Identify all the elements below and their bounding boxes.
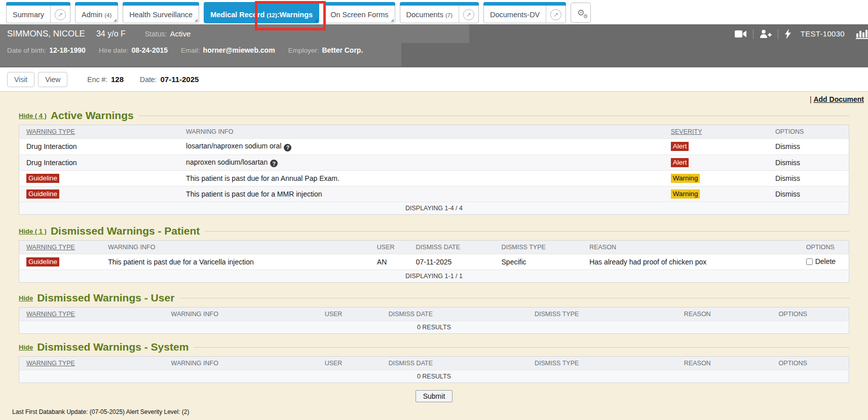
table-row: Guideline This patient is past due for a…: [19, 171, 849, 186]
employer-value: Better Corp.: [322, 46, 363, 54]
tab-admin-label: Admin: [82, 11, 102, 19]
col-dismiss-type: DISMISS TYPE: [534, 357, 683, 370]
tab-health-surveillance[interactable]: Health Surveillance: [123, 2, 199, 23]
dismissed-user-hide-link[interactable]: Hide: [19, 294, 33, 302]
delete-label: Delete: [815, 257, 836, 265]
tab-health-surveillance-label: Health Surveillance: [123, 3, 199, 23]
patient-name: SIMMONS, NICOLE: [7, 29, 85, 39]
patient-id: TEST-10030: [801, 29, 845, 38]
submit-row: Submit: [0, 390, 868, 402]
col-severity[interactable]: SEVERITY: [670, 125, 774, 139]
section-rule: [205, 231, 849, 232]
tab-medical-record-warnings[interactable]: Medical Record(12):Warnings: [204, 2, 319, 23]
warning-type-badge-guideline: Guideline: [26, 257, 59, 266]
databank-update-note: Last First Databank Update: (07-05-2025)…: [12, 408, 868, 415]
help-icon[interactable]: ?: [270, 160, 278, 167]
external-link-icon: ↗: [463, 9, 474, 20]
dismissed-patient-hide-link[interactable]: Hide ( 1 ): [19, 227, 47, 235]
submit-button[interactable]: Submit: [416, 390, 453, 402]
tab-documents-dv-popout[interactable]: ↗: [546, 3, 565, 23]
visit-button[interactable]: Visit: [7, 72, 34, 87]
encounter-bar: Visit View Enc #: 128 Date: 07-11-2025: [0, 67, 868, 91]
dismiss-link[interactable]: Dismiss: [774, 186, 849, 202]
dismissed-system-title: Dismissed Warnings - System: [37, 341, 188, 353]
tab-summary-popout[interactable]: ↗: [50, 3, 70, 23]
tab-documents-popout[interactable]: ↗: [459, 3, 478, 23]
table-row: Drug Interaction naproxen sodium/losarta…: [19, 155, 849, 171]
employer-label: Employer:: [288, 47, 319, 54]
dismiss-type-cell: Specific: [501, 254, 589, 270]
active-warnings-table: WARNING TYPE WARNING INFO SEVERITY OPTIO…: [19, 125, 849, 215]
tab-documents-dv-label: Documents-DV: [484, 3, 546, 23]
add-document-link[interactable]: Add Document: [813, 95, 864, 103]
col-warning-type[interactable]: WARNING TYPE: [19, 357, 170, 370]
video-camera-icon[interactable]: [735, 30, 747, 38]
patient-age-sex: 34 y/o F: [96, 29, 126, 39]
enc-date-value: 07-11-2025: [161, 75, 199, 84]
col-options: OPTIONS: [778, 308, 849, 321]
tab-summary[interactable]: Summary ↗: [6, 2, 70, 23]
col-warning-info: WARNING INFO: [185, 125, 670, 139]
tab-admin[interactable]: Admin(4): [75, 2, 118, 23]
severity-badge-alert: Alert: [671, 142, 689, 151]
col-warning-type[interactable]: WARNING TYPE: [19, 308, 170, 321]
dismissed-user-table: WARNING TYPE WARNING INFO USER DISMISS D…: [19, 307, 849, 334]
help-icon[interactable]: ?: [284, 144, 291, 151]
tab-documents-dv[interactable]: Documents-DV ↗: [483, 2, 566, 23]
col-dismiss-date: DISMISS DATE: [388, 357, 534, 370]
dismissed-system-table: WARNING TYPE WARNING INFO USER DISMISS D…: [19, 356, 849, 383]
active-warnings-hide-link[interactable]: Hide ( 4 ): [19, 112, 47, 120]
tab-documents-label: Documents: [406, 11, 443, 19]
table-footer-row: DISPLAYING 1-4 / 4: [19, 202, 849, 215]
email-value: horner@mieweb.com: [203, 46, 275, 54]
paging-status: DISPLAYING 1-1 / 1: [19, 270, 849, 283]
col-reason: REASON: [588, 241, 805, 254]
lightning-bolt-icon[interactable]: [784, 29, 791, 39]
warning-info-cell: This patient is past due for a MMR injec…: [185, 186, 670, 202]
hire-date-label: Hire date:: [99, 47, 129, 54]
bar-chart-icon[interactable]: [856, 29, 868, 39]
settings-button[interactable]: ⚙ ⚙: [571, 3, 591, 23]
dismiss-link[interactable]: Dismiss: [774, 155, 849, 171]
col-warning-type[interactable]: WARNING TYPE: [19, 125, 185, 139]
delete-checkbox[interactable]: [806, 258, 813, 265]
warnings-content: | Add Document Hide ( 4 ) Active Warning…: [0, 91, 868, 420]
tab-medical-record-count: (12): [267, 11, 277, 18]
active-warnings-header: Hide ( 4 ) Active Warnings: [19, 109, 849, 122]
separator: |: [810, 95, 812, 103]
col-reason: REASON: [683, 357, 778, 370]
dismiss-link[interactable]: Dismiss: [774, 139, 849, 155]
col-options: OPTIONS: [774, 125, 849, 139]
table-header-row: WARNING TYPE WARNING INFO USER DISMISS D…: [19, 357, 849, 370]
tab-on-screen-forms[interactable]: On Screen Forms: [324, 2, 395, 23]
tab-admin-count: (4): [104, 11, 111, 18]
col-warning-info: WARNING INFO: [170, 357, 324, 370]
severity-badge-alert: Alert: [671, 158, 689, 167]
col-warning-type[interactable]: WARNING TYPE: [19, 241, 107, 254]
tab-documents[interactable]: Documents(7) ↗: [400, 2, 479, 23]
email-label: Email:: [181, 47, 200, 54]
tab-medical-record-label: Medical Record: [210, 11, 265, 19]
dismissed-system-hide-link[interactable]: Hide: [19, 343, 33, 351]
dismissed-user-title: Dismissed Warnings - User: [37, 292, 174, 304]
warning-info-cell: losartan/naproxen sodium oral?: [185, 139, 670, 155]
col-dismiss-date: DISMISS DATE: [388, 308, 534, 321]
col-warning-info: WARNING INFO: [170, 308, 324, 321]
results-status: 0 RESULTS: [19, 321, 849, 334]
col-user: USER: [324, 308, 388, 321]
col-options: OPTIONS: [778, 357, 849, 370]
add-person-icon[interactable]: [760, 29, 772, 39]
table-row: Drug Interaction losartan/naproxen sodiu…: [19, 139, 849, 155]
section-rule: [194, 347, 849, 348]
dob-value: 12-18-1990: [49, 46, 86, 54]
dismiss-date-cell: 07-11-2025: [415, 254, 501, 270]
dismiss-link[interactable]: Dismiss: [774, 171, 849, 186]
external-link-icon: ↗: [55, 9, 66, 20]
col-dismiss-type: DISMISS TYPE: [534, 308, 683, 321]
user-cell: AN: [376, 254, 415, 270]
view-button[interactable]: View: [38, 72, 67, 87]
gear-icon: ⚙: [583, 13, 588, 20]
table-footer-row: DISPLAYING 1-1 / 1: [19, 270, 849, 283]
tab-bar: Summary ↗ Admin(4) Health Surveillance M…: [0, 0, 868, 24]
col-dismiss-type: DISMISS TYPE: [501, 241, 589, 254]
